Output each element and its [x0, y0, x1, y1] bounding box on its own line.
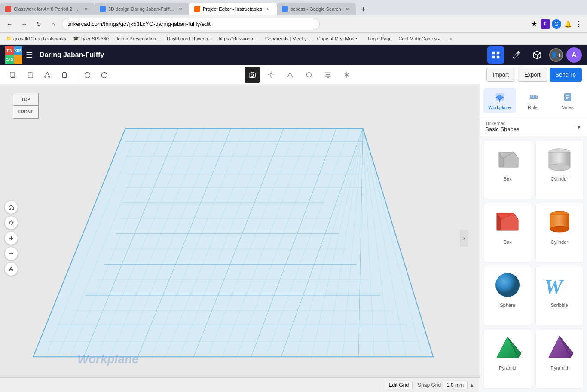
tinkercad-logo[interactable]: TIN KER CAD: [5, 46, 22, 64]
shape-item-sphere-blue[interactable]: Sphere: [483, 266, 532, 326]
paste-button[interactable]: [22, 67, 38, 83]
tab-favicon-4: [282, 6, 288, 12]
box-button[interactable]: [529, 46, 546, 64]
shape-label-sphere-blue: Sphere: [500, 303, 515, 308]
toolbar: Import Export Send To: [0, 65, 587, 84]
ruler-tab-icon: [528, 91, 540, 103]
viewport[interactable]: TOP FRONT: [0, 84, 480, 392]
shape-preview-pyramid-green: [490, 333, 525, 363]
tab-close-4[interactable]: ✕: [344, 6, 351, 12]
tab-1[interactable]: Classwork for Art 8 Period 2, M... ✕: [0, 3, 95, 15]
cylinder-grey-svg: [542, 144, 577, 174]
tab-notes[interactable]: Notes: [551, 88, 584, 113]
undo-button[interactable]: [79, 67, 95, 83]
shape-label-cylinder-orange: Cylinder: [551, 239, 568, 245]
settings-icon[interactable]: ⋮: [574, 19, 584, 29]
sidebar-collapse-button[interactable]: ›: [460, 230, 468, 247]
bookmark-7[interactable]: Login Page: [365, 35, 394, 42]
refresh-button[interactable]: ↻: [33, 18, 45, 30]
new-tab-button[interactable]: +: [358, 3, 370, 15]
shape-item-cylinder-grey[interactable]: Cylinder: [535, 140, 584, 199]
tab-close-1[interactable]: ✕: [83, 6, 89, 12]
bookmark-4[interactable]: https://classroom...: [216, 35, 261, 42]
extensions-icon[interactable]: E: [541, 19, 550, 29]
shape-item-box-red[interactable]: Box: [483, 203, 532, 263]
bookmark-6[interactable]: Copy of Mrs. Morle...: [315, 35, 364, 42]
box-icon: [532, 50, 542, 60]
tab-ruler[interactable]: Ruler: [517, 88, 550, 113]
export-button[interactable]: Export: [518, 68, 547, 82]
panel-tabs: Workplane Ruler: [480, 84, 587, 117]
tab-2[interactable]: 3D design Daring Jaban-Fulffy... ✕: [95, 3, 189, 15]
delete-button[interactable]: [57, 67, 72, 83]
tab-close-2[interactable]: ✕: [177, 6, 184, 12]
pyramid-purple-svg: [542, 333, 577, 363]
light-button[interactable]: [263, 67, 279, 83]
shape-item-pyramid-green[interactable]: Pyramid: [483, 329, 532, 389]
profile-icon[interactable]: G: [552, 19, 561, 29]
shape-tool-2[interactable]: [301, 67, 317, 83]
shape-item-pyramid-purple[interactable]: Pyramid: [535, 329, 584, 389]
shape-item-cylinder-orange[interactable]: Cylinder: [535, 203, 584, 263]
add-user-icon[interactable]: 👤+: [549, 48, 563, 62]
shape-label-box-grey: Box: [504, 176, 512, 181]
svg-rect-2: [492, 56, 495, 58]
snap-arrow-icon[interactable]: ▲: [469, 382, 474, 388]
notes-icon: [563, 92, 573, 102]
svg-rect-27: [327, 77, 329, 78]
svg-point-118: [549, 164, 570, 171]
ruler-tab-label: Ruler: [528, 105, 539, 110]
bookmark-1[interactable]: 🎓 Tyler SIS 360: [70, 35, 111, 42]
edit-grid-button[interactable]: Edit Grid: [385, 381, 413, 389]
import-button[interactable]: Import: [486, 68, 515, 82]
svg-point-18: [270, 74, 272, 76]
logo-ker: KER: [14, 46, 23, 55]
bookmark-2[interactable]: Join a Presentation...: [113, 35, 162, 42]
bookmark-0[interactable]: 📁 gcasdk12.org bookmarks: [3, 35, 69, 42]
shape-item-scribble[interactable]: W Scribble: [535, 266, 584, 326]
star-icon[interactable]: ★: [529, 19, 539, 29]
shape-label-box-red: Box: [504, 239, 512, 245]
tab-close-3[interactable]: ✕: [265, 6, 272, 12]
redo-button[interactable]: [97, 67, 112, 83]
bookmark-3[interactable]: Dashboard | Inventi...: [164, 35, 214, 42]
bookmark-8[interactable]: Cool Math Games -...: [396, 35, 446, 42]
scribble-svg: W: [542, 270, 577, 300]
mirror-button[interactable]: [339, 67, 355, 83]
align-button[interactable]: [320, 67, 336, 83]
shape-selector[interactable]: Tinkercad Basic Shapes ▼: [480, 117, 587, 136]
menu-icon[interactable]: ☰: [26, 50, 33, 60]
shape-item-box-grey[interactable]: Box: [483, 140, 532, 199]
tab-workplane[interactable]: Workplane: [483, 88, 516, 113]
address-input[interactable]: [62, 18, 320, 30]
svg-rect-102: [530, 95, 538, 99]
svg-rect-4: [516, 51, 520, 55]
snap-value-button[interactable]: 1.0 mm: [443, 381, 468, 389]
hammer-button[interactable]: [508, 46, 525, 64]
browser-icons: ★ E G 🔔 ⋮: [529, 19, 584, 29]
camera-view-button[interactable]: [245, 67, 260, 83]
home-button[interactable]: ⌂: [47, 18, 59, 30]
notifications-icon[interactable]: 🔔: [563, 19, 572, 29]
shape-selector-info: Tinkercad Basic Shapes: [485, 121, 520, 132]
workplane-svg: [0, 84, 480, 392]
logo-br: [14, 55, 23, 64]
bookmarks-more[interactable]: »: [449, 36, 452, 42]
bookmark-5[interactable]: Goodreads | Meet y...: [263, 35, 313, 42]
svg-rect-10: [28, 73, 33, 78]
tab-4[interactable]: acsess - Google Search ✕: [277, 3, 355, 15]
tab-title-3: Project Editor - Instructables: [203, 6, 262, 12]
shape-preview-box-red: [490, 207, 525, 237]
shape-tool-1[interactable]: [282, 67, 298, 83]
ruler-icon: [529, 92, 539, 102]
tab-3[interactable]: Project Editor - Instructables ✕: [189, 3, 277, 15]
forward-button[interactable]: →: [18, 18, 30, 30]
tab-favicon-1: [5, 6, 11, 12]
profile-avatar[interactable]: A: [566, 47, 582, 63]
back-button[interactable]: ←: [3, 18, 15, 30]
cut-button[interactable]: [40, 67, 55, 83]
copy-button[interactable]: [5, 67, 21, 83]
svg-point-23: [306, 72, 311, 77]
grid-view-button[interactable]: [487, 46, 504, 64]
send-to-button[interactable]: Send To: [550, 68, 582, 82]
